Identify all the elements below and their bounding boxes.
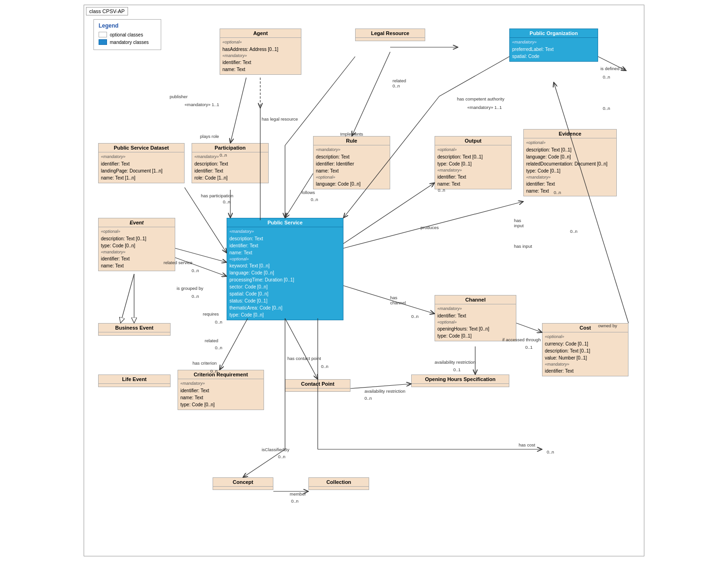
label-0n-cost: 0..n <box>547 449 554 454</box>
rule-class: Rule «mandatory» description: Text ident… <box>313 136 390 189</box>
evidence-stereo-opt: «optional» <box>526 140 614 146</box>
participation-class: Participation «mandatory» description: T… <box>192 143 269 183</box>
collection-class: Collection <box>308 477 369 490</box>
opening-hours-class: Opening Hours Specification <box>411 374 509 387</box>
svg-line-15 <box>343 183 435 244</box>
label-0n-grouped: 0..n <box>192 294 199 299</box>
label-is-classified-by: isClassifiedBy <box>262 447 289 452</box>
psd-class: Public Service Dataset «mandatory» ident… <box>98 143 185 183</box>
svg-line-23 <box>343 286 435 314</box>
legend-optional: optional classes <box>99 32 156 37</box>
label-produces: produces <box>421 225 439 230</box>
label-publisher: publisher <box>170 94 188 99</box>
label-0n-right2: 0..n <box>603 106 610 111</box>
label-0n-part2: 0..n <box>223 199 230 204</box>
label-plays-role: plays role <box>200 134 219 139</box>
label-follows: follows <box>301 190 315 195</box>
legend-mandatory-label: mandatory classes <box>110 40 149 45</box>
label-0n-participation: 0..n <box>220 152 227 158</box>
channel-name: Channel <box>435 295 516 304</box>
label-has-contact-point: has contact point <box>287 356 321 361</box>
label-0n-related2: 0..n <box>215 345 222 350</box>
output-stereo-mand: «mandatory» <box>437 167 509 174</box>
public-org-body: «mandatory» preferredLabel: Text spatial… <box>510 38 598 61</box>
participation-body: «mandatory» description: Text identifier… <box>192 152 268 183</box>
public-org-stereo: «mandatory» <box>512 39 595 46</box>
label-related-service: related service <box>164 260 193 265</box>
event-stereo-opt: «optional» <box>101 229 172 235</box>
label-0n-criterion: 0..n <box>210 368 218 374</box>
label-0n-related: 0..n <box>192 268 199 273</box>
svg-line-31 <box>243 449 285 477</box>
legal-resource-name: Legal Resource <box>356 29 425 38</box>
label-0n-right: 0..n <box>603 74 610 79</box>
rule-name: Rule <box>314 137 390 145</box>
label-owned-by: owned by <box>598 323 617 328</box>
agent-stereo-mand: «mandatory» <box>222 53 299 59</box>
label-0n-requires: 0..n <box>215 319 222 324</box>
svg-line-22 <box>285 318 318 379</box>
label-0n-follows: 0..n <box>311 197 318 202</box>
business-event-body <box>99 332 170 335</box>
channel-body: «mandatory» identifier: Text «optional» … <box>435 304 516 341</box>
label-has-competent: has competent authority <box>457 96 504 101</box>
concept-class: Concept <box>213 477 273 490</box>
label-has-cost: has cost <box>519 442 535 447</box>
public-service-name: Public Service <box>227 218 343 227</box>
public-org-name: Public Organization <box>510 29 598 38</box>
diagram-title: class CPSV-AP <box>86 7 128 15</box>
label-has-input: hasinput <box>514 218 524 228</box>
collection-name: Collection <box>309 478 369 487</box>
channel-stereo-opt: «optional» <box>437 319 514 326</box>
agent-name: Agent <box>220 29 301 38</box>
criterion-body: «mandatory» identifier: Text name: Text … <box>178 379 264 410</box>
output-body: «optional» description: Text [0..1] type… <box>435 145 511 189</box>
channel-stereo-mand: «mandatory» <box>437 306 514 312</box>
legal-resource-body <box>356 38 425 41</box>
cost-class: Cost «optional» currency: Code [0..1] de… <box>542 323 628 376</box>
label-requires: requires <box>203 311 219 317</box>
label-01-avail: 0..1 <box>453 367 461 372</box>
legend-title: Legend <box>99 22 156 29</box>
contact-point-body <box>285 389 350 391</box>
label-0n-output: 0..n <box>438 187 445 193</box>
svg-line-25 <box>516 323 542 332</box>
evidence-stereo-mand: «mandatory» <box>526 174 614 181</box>
rule-stereo-opt: «optional» <box>316 174 387 181</box>
label-avail-restriction2: availability restriction <box>435 360 476 365</box>
label-has-input2: has input <box>514 244 532 249</box>
criterion-stereo: «mandatory» <box>180 381 261 387</box>
label-0n-channel: 0..n <box>411 314 419 319</box>
criterion-class: Criterion Requirement «mandatory» identi… <box>178 370 264 410</box>
concept-body <box>213 487 273 490</box>
life-event-class: Life Event <box>98 374 171 387</box>
criterion-name: Criterion Requirement <box>178 370 264 379</box>
label-is-grouped-by: is grouped by <box>177 286 203 291</box>
svg-line-6 <box>352 52 390 136</box>
label-mandatory-11b: «mandatory» 1..1 <box>467 105 502 110</box>
label-has-participation: has participation <box>201 193 233 198</box>
svg-line-24 <box>350 384 411 389</box>
output-class: Output «optional» description: Text [0..… <box>435 136 512 189</box>
public-org-class: Public Organization «mandatory» preferre… <box>509 29 598 62</box>
evidence-body: «optional» description: Text [0..1] lang… <box>524 138 616 196</box>
svg-line-14 <box>285 173 313 218</box>
label-0n-member: 0..n <box>291 498 299 504</box>
legal-resource-class: Legal Resource <box>355 29 425 41</box>
label-01-accessed: 0..1 <box>525 345 533 350</box>
event-stereo-mand: «mandatory» <box>101 249 172 256</box>
contact-point-class: Contact Point <box>285 379 350 392</box>
label-has-legal-resource: has legal resource <box>262 116 298 122</box>
legend-box: Legend optional classes mandatory classe… <box>93 19 161 50</box>
collection-body <box>309 487 369 490</box>
label-0n-evidence2: 0..n <box>570 229 578 234</box>
output-stereo-opt: «optional» <box>437 147 509 153</box>
agent-body: «optional» hasAddress: Address [0..1] «m… <box>220 38 301 74</box>
ps-stereo-opt: «optional» <box>229 256 341 263</box>
participation-name: Participation <box>192 144 268 152</box>
label-has-criterion: has criterion <box>193 360 217 366</box>
label-0n-classified: 0..n <box>278 454 285 459</box>
label-0n-evidence: 0..n <box>554 190 561 195</box>
svg-line-21 <box>220 318 248 370</box>
agent-class: Agent «optional» hasAddress: Address [0.… <box>220 29 301 75</box>
